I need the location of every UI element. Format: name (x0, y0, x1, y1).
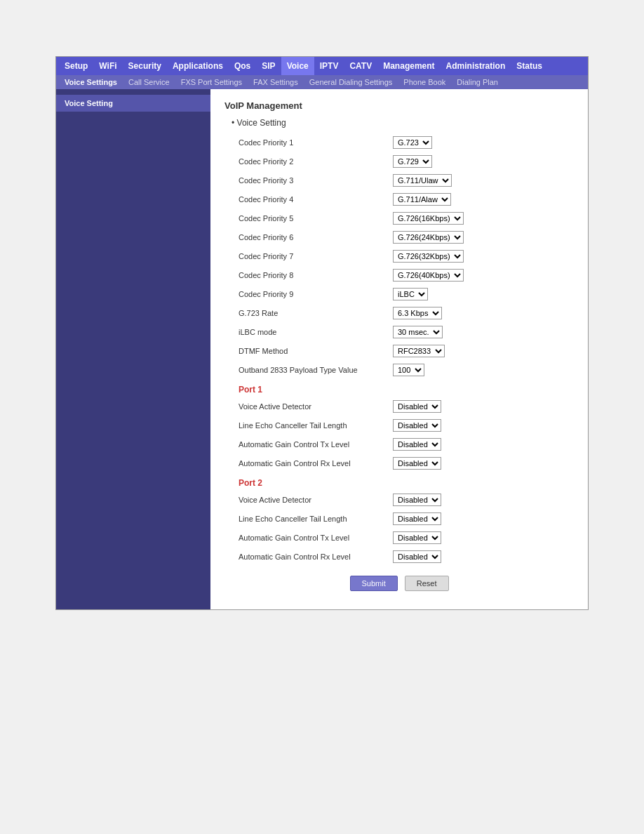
codec-row-7: Codec Priority 7 G.726(32Kbps) (224, 249, 574, 264)
ilbc-mode-label: iLBC mode (224, 328, 393, 336)
main-content: VoIP Management • Voice Setting Codec Pr… (210, 89, 588, 609)
port2-title: Port 2 (239, 478, 574, 488)
codec-label-3: Codec Priority 3 (224, 176, 393, 185)
subnav-general-dialing-settings[interactable]: General Dialing Settings (304, 75, 398, 89)
codec-label-9: Codec Priority 9 (224, 290, 393, 298)
subnav-fax-settings[interactable]: FAX Settings (248, 75, 304, 89)
port1-vad-select[interactable]: Disabled (393, 400, 441, 413)
nav-applications[interactable]: Applications (167, 57, 229, 75)
submit-button[interactable]: Submit (350, 576, 398, 591)
port2-lec-select[interactable]: Disabled (393, 512, 441, 525)
nav-status[interactable]: Status (511, 57, 548, 75)
codec-row-3: Codec Priority 3 G.711/Ulaw (224, 173, 574, 188)
codec-select-6[interactable]: G.726(24Kbps) (393, 231, 464, 244)
g723-rate-label: G.723 Rate (224, 309, 393, 317)
codec-row-5: Codec Priority 5 G.726(16Kbps) (224, 211, 574, 226)
codec-row-9: Codec Priority 9 iLBC (224, 286, 574, 302)
port1-vad-label: Voice Active Detector (224, 402, 393, 411)
codec-label-4: Codec Priority 4 (224, 195, 393, 204)
port1-vad-row: Voice Active Detector Disabled (224, 399, 574, 414)
codec-select-1[interactable]: G.723 (393, 136, 432, 149)
ilbc-mode-select[interactable]: 30 msec. (393, 326, 443, 338)
nav-voice[interactable]: Voice (281, 57, 314, 75)
port1-agcrx-row: Automatic Gain Control Rx Level Disabled (224, 456, 574, 471)
sidebar-item-voice-setting[interactable]: Voice Setting (56, 95, 210, 112)
port1-lec-label: Line Echo Canceller Tail Length (224, 421, 393, 430)
nav-sip[interactable]: SIP (256, 57, 281, 75)
codec-select-3[interactable]: G.711/Ulaw (393, 174, 452, 187)
port2-vad-row: Voice Active Detector Disabled (224, 492, 574, 508)
subnav-dialing-plan[interactable]: Dialing Plan (451, 75, 504, 89)
port1-agcrx-select[interactable]: Disabled (393, 457, 441, 470)
codec-select-2[interactable]: G.729 (393, 155, 432, 168)
port2-agcrx-select[interactable]: Disabled (393, 550, 441, 563)
dtmf-method-row: DTMF Method RFC2833 (224, 343, 574, 359)
outband-payload-label: Outband 2833 Payload Type Value (224, 366, 393, 374)
port2-agctx-select[interactable]: Disabled (393, 531, 441, 544)
sub-nav: Voice Settings Call Service FXS Port Set… (56, 75, 588, 89)
content-area: Voice Setting VoIP Management • Voice Se… (56, 89, 588, 609)
g723-rate-select[interactable]: 6.3 Kbps (393, 307, 442, 319)
port1-agcrx-label: Automatic Gain Control Rx Level (224, 459, 393, 468)
sub-section-title: • Voice Setting (232, 118, 574, 128)
page-title: VoIP Management (224, 100, 574, 111)
port1-agctx-label: Automatic Gain Control Tx Level (224, 440, 393, 449)
nav-qos[interactable]: Qos (229, 57, 256, 75)
button-row: Submit Reset (224, 576, 574, 598)
subnav-voice-settings[interactable]: Voice Settings (59, 75, 123, 89)
nav-wifi[interactable]: WiFi (93, 57, 122, 75)
port2-vad-label: Voice Active Detector (224, 496, 393, 504)
nav-administration[interactable]: Administration (441, 57, 511, 75)
port2-lec-label: Line Echo Canceller Tail Length (224, 515, 393, 523)
dtmf-method-select[interactable]: RFC2833 (393, 345, 445, 357)
codec-select-8[interactable]: G.726(40Kbps) (393, 269, 464, 282)
port1-agctx-select[interactable]: Disabled (393, 438, 441, 451)
codec-select-9[interactable]: iLBC (393, 288, 428, 300)
nav-setup[interactable]: Setup (59, 57, 93, 75)
ilbc-mode-row: iLBC mode 30 msec. (224, 324, 574, 340)
codec-row-1: Codec Priority 1 G.723 (224, 135, 574, 150)
codec-select-5[interactable]: G.726(16Kbps) (393, 212, 464, 225)
sidebar: Voice Setting (56, 89, 210, 609)
reset-button[interactable]: Reset (405, 576, 449, 591)
codec-select-4[interactable]: G.711/Alaw (393, 193, 451, 206)
port1-title: Port 1 (239, 385, 574, 395)
codec-label-7: Codec Priority 7 (224, 252, 393, 260)
subnav-phone-book[interactable]: Phone Book (398, 75, 451, 89)
nav-management[interactable]: Management (377, 57, 440, 75)
port1-lec-row: Line Echo Canceller Tail Length Disabled (224, 418, 574, 433)
outband-payload-select[interactable]: 100 (393, 364, 424, 376)
codec-label-1: Codec Priority 1 (224, 138, 393, 147)
nav-catv[interactable]: CATV (344, 57, 377, 75)
codec-select-7[interactable]: G.726(32Kbps) (393, 250, 464, 263)
subnav-call-service[interactable]: Call Service (123, 75, 175, 89)
codec-row-6: Codec Priority 6 G.726(24Kbps) (224, 230, 574, 245)
subnav-fxs-port-settings[interactable]: FXS Port Settings (175, 75, 248, 89)
port2-agcrx-label: Automatic Gain Control Rx Level (224, 552, 393, 561)
top-nav: Setup WiFi Security Applications Qos SIP… (56, 57, 588, 75)
port2-lec-row: Line Echo Canceller Tail Length Disabled (224, 511, 574, 527)
nav-iptv[interactable]: IPTV (314, 57, 344, 75)
port1-lec-select[interactable]: Disabled (393, 419, 441, 432)
codec-row-2: Codec Priority 2 G.729 (224, 154, 574, 169)
codec-label-5: Codec Priority 5 (224, 214, 393, 223)
router-ui: Setup WiFi Security Applications Qos SIP… (55, 56, 589, 610)
dtmf-method-label: DTMF Method (224, 347, 393, 355)
nav-security[interactable]: Security (123, 57, 167, 75)
port2-agctx-row: Automatic Gain Control Tx Level Disabled (224, 530, 574, 545)
port1-agctx-row: Automatic Gain Control Tx Level Disabled (224, 437, 574, 452)
g723-rate-row: G.723 Rate 6.3 Kbps (224, 305, 574, 321)
codec-row-8: Codec Priority 8 G.726(40Kbps) (224, 267, 574, 283)
port2-agcrx-row: Automatic Gain Control Rx Level Disabled (224, 549, 574, 564)
port2-agctx-label: Automatic Gain Control Tx Level (224, 534, 393, 542)
outband-payload-row: Outband 2833 Payload Type Value 100 (224, 362, 574, 378)
codec-label-2: Codec Priority 2 (224, 157, 393, 166)
codec-label-6: Codec Priority 6 (224, 233, 393, 241)
port2-vad-select[interactable]: Disabled (393, 494, 441, 506)
codec-row-4: Codec Priority 4 G.711/Alaw (224, 192, 574, 207)
codec-label-8: Codec Priority 8 (224, 271, 393, 279)
